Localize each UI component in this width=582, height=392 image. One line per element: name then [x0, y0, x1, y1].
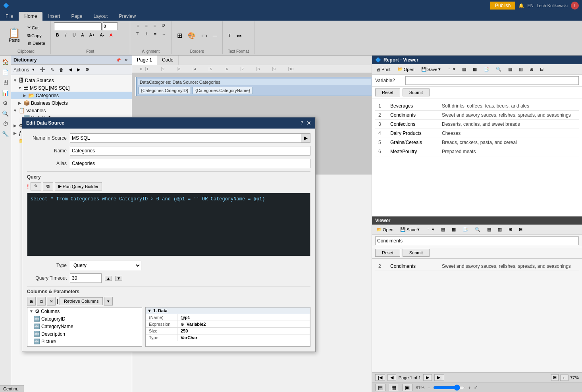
move-down-btn[interactable]: ▶	[75, 66, 82, 73]
borders-dropdown[interactable]: ⊞	[175, 31, 184, 40]
viewer-bottom-btn3[interactable]: 📑	[460, 226, 471, 233]
sidebar-icon-layers[interactable]: 📄	[1, 67, 10, 77]
align-top-button[interactable]: ⊤	[133, 31, 141, 37]
col-tree-pic[interactable]: 🔤 Picture	[132, 338, 142, 345]
first-page-btn[interactable]: |◀	[375, 374, 385, 381]
align-middle-button[interactable]: ⊥	[143, 31, 150, 37]
border-style-button[interactable]: —	[211, 32, 219, 38]
col-tree-desc[interactable]: 🔤 Description	[132, 330, 142, 338]
save-button-bottom[interactable]: 💾 Save ▾	[397, 226, 422, 233]
tab-layout[interactable]: Layout	[88, 12, 113, 21]
col-tree-params[interactable]: ▼ ⚙ Parameters	[132, 345, 142, 347]
col-tree-columns[interactable]: ▼ ⚙ Columns	[132, 307, 142, 315]
last-page-btn[interactable]: ▶|	[434, 374, 444, 381]
text-format-btn2[interactable]: ₁₂₃	[235, 32, 243, 39]
align-right-button[interactable]: ≡	[151, 23, 158, 29]
tree-item-variables[interactable]: ▼ 📋 Variables	[11, 107, 132, 114]
viewer-bottom-btn5[interactable]: ▤	[484, 226, 494, 233]
viewer-icon-btn5[interactable]: ▤	[505, 65, 515, 73]
sidebar-icon-settings[interactable]: ⚙	[1, 98, 10, 108]
settings-btn[interactable]: ⚙	[83, 66, 91, 73]
font-grow-button[interactable]: A+	[87, 32, 97, 38]
tree-item-mssql[interactable]: ▼ 🗃 MS SQL [MS SQL]	[11, 84, 132, 92]
viewer-bottom-btn8[interactable]: ⊟	[516, 226, 525, 233]
col-tree-catname[interactable]: 🔤 CategoryName	[132, 323, 142, 330]
sidebar-icon-timer[interactable]: ⏱	[1, 119, 10, 129]
copy-button[interactable]: ⧉ Copy	[25, 32, 47, 39]
submit-button-bottom[interactable]: Submit	[403, 249, 430, 257]
tab-preview[interactable]: Preview	[113, 12, 141, 21]
status-icon2[interactable]: ▦	[389, 384, 399, 391]
text-format-btn1[interactable]: T	[226, 32, 233, 38]
font-shrink-button[interactable]: A-	[98, 32, 106, 38]
viewer-icon-btn6[interactable]: ▥	[516, 65, 526, 73]
viewer-icon-btn3[interactable]: 📑	[481, 65, 492, 73]
reset-button-bottom[interactable]: Reset	[375, 249, 400, 257]
tree-item-datasources[interactable]: ▼ 🗄 Data Sources	[11, 77, 132, 84]
viewer-bottom-more[interactable]: ⋯ ▾	[424, 226, 437, 233]
zoom-plus[interactable]: +	[468, 385, 470, 390]
fit-page-btn[interactable]: ⊞	[551, 374, 559, 381]
viewer-icon-btn4[interactable]: 🔍	[493, 65, 504, 73]
sidebar-icon-home[interactable]: 🏠	[1, 57, 10, 67]
edit-btn[interactable]: ✎	[48, 66, 56, 73]
viewer-icon-btn8[interactable]: ⊟	[537, 65, 546, 73]
align-center-button[interactable]: ≡	[143, 23, 150, 29]
viewer-bottom-btn7[interactable]: ⊞	[506, 226, 515, 233]
tab-page[interactable]: Page	[66, 12, 88, 21]
bold-button[interactable]: B	[54, 32, 61, 38]
viewer-bottom-btn4[interactable]: 🔍	[472, 226, 483, 233]
align-left-button[interactable]: ≡	[135, 23, 142, 29]
submit-button-top[interactable]: Submit	[403, 88, 430, 96]
tab-code[interactable]: Code	[157, 56, 179, 65]
cut-button[interactable]: ✂ Cut	[25, 24, 47, 31]
zoom-slider[interactable]	[433, 384, 465, 391]
viewer-icon-btn7[interactable]: ⊞	[527, 65, 536, 73]
type-select[interactable]: Query	[132, 261, 141, 270]
strikethrough-button[interactable]: A	[79, 32, 86, 38]
col-tree-catid[interactable]: 🔤 CategoryID	[132, 315, 142, 323]
rotate-button[interactable]: ↺	[160, 22, 167, 29]
delete-btn[interactable]: 🗑	[57, 66, 66, 73]
alias-input[interactable]	[132, 159, 310, 168]
status-icon3[interactable]: ▣	[402, 384, 412, 391]
help-button[interactable]: ?	[301, 120, 303, 126]
next-page-btn[interactable]: ▶	[423, 374, 432, 381]
tab-file[interactable]: File	[0, 12, 19, 21]
language-selector[interactable]: EN	[527, 3, 533, 8]
sidebar-icon-data[interactable]: 🗄	[1, 78, 10, 87]
reset-button-top[interactable]: Reset	[375, 88, 400, 96]
query-editor[interactable]: select * from Categories where CategoryI…	[132, 193, 310, 256]
close-panel-button[interactable]: ✕	[123, 57, 129, 63]
viewer-more-btn[interactable]: ⋯ ▾	[445, 65, 458, 73]
align-bottom-button[interactable]: ≡	[152, 31, 159, 37]
underline-button[interactable]: U	[71, 32, 78, 38]
prev-page-btn[interactable]: ◀	[387, 374, 396, 381]
zoom-minus[interactable]: −	[428, 385, 430, 390]
viewer-bottom-btn6[interactable]: ▥	[495, 226, 505, 233]
delete-button[interactable]: 🗑 Delete	[25, 40, 47, 47]
fit-width-btn[interactable]: ↔	[560, 375, 569, 381]
font-name-input[interactable]	[54, 22, 102, 30]
viewer-var-input[interactable]	[405, 76, 579, 85]
italic-button[interactable]: I	[62, 32, 69, 38]
pin-button[interactable]: 📌	[115, 57, 121, 63]
actions-dropdown-btn[interactable]: ▾	[30, 66, 37, 73]
viewer-icon-btn2[interactable]: ▦	[470, 65, 480, 73]
name-input[interactable]	[132, 146, 310, 156]
add-btn[interactable]: ➕	[38, 66, 47, 73]
fill-color-button[interactable]: 🎨	[186, 31, 198, 40]
sidebar-icon-tools[interactable]: 🔧	[1, 129, 10, 139]
dialog-close-button[interactable]: ✕	[306, 120, 311, 126]
viewer-bottom-btn2[interactable]: ▦	[449, 226, 459, 233]
tab-page1[interactable]: Page 1	[132, 56, 157, 65]
font-size-input[interactable]	[103, 22, 118, 30]
name-in-source-browse[interactable]: ▶	[301, 133, 310, 143]
paste-button[interactable]: 📋 Paste	[5, 26, 24, 44]
move-up-btn[interactable]: ◀	[67, 66, 74, 73]
sidebar-icon-search[interactable]: 🔍	[1, 109, 10, 118]
tree-item-categories[interactable]: ▶ 📂 Categories	[11, 92, 132, 99]
tab-insert[interactable]: Insert	[42, 12, 66, 21]
tree-item-business-objects[interactable]: ▶ 📦 Business Objects	[11, 99, 132, 107]
print-button[interactable]: 🖨 Print	[374, 66, 393, 73]
